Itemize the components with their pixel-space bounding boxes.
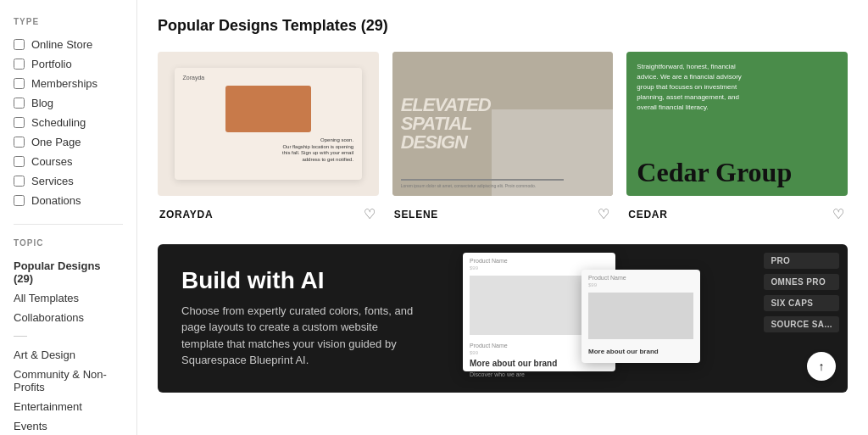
zorayda-name: ZORAYDA [159, 209, 213, 220]
filter-services[interactable]: Services [14, 171, 123, 191]
topic-separator [14, 336, 27, 337]
ai-banner-right: Product Name $99 Product Name $99 More a… [446, 244, 848, 393]
selene-inner: ELEVATEDSPATIALDESIGN Lorem ipsum dolor … [392, 52, 614, 196]
cedar-brand-name: Cedar Group [637, 159, 837, 186]
topic-popular-designs[interactable]: Popular Designs (29) [14, 256, 123, 288]
brand-tag-source: Source Sa... [764, 316, 839, 332]
checkbox-donations[interactable] [14, 195, 25, 206]
selene-small-text: Lorem ipsum dolor sit amet, consectetur … [401, 183, 605, 189]
zorayda-hero-image [225, 86, 311, 132]
template-card-cedar[interactable]: Straightforward, honest, financial advic… [626, 52, 848, 224]
zorayda-site-name: Zorayda [183, 75, 205, 81]
brand-tag-sixcaps: SIX CAPS [764, 295, 839, 311]
checkbox-services[interactable] [14, 176, 25, 187]
filter-memberships[interactable]: Memberships [14, 74, 123, 93]
selene-divider [401, 179, 565, 181]
page-title: Popular Designs Templates (29) [158, 17, 848, 35]
cedar-name: CEDAR [628, 209, 667, 220]
filter-online-store[interactable]: Online Store [14, 35, 123, 54]
mockup1-about-sub: Discover who we are [463, 371, 615, 377]
checkbox-portfolio[interactable] [14, 59, 25, 70]
scroll-up-button[interactable]: ↑ [807, 352, 836, 381]
banner-mockup-2: Product Name $99 More about our brand [581, 270, 700, 363]
selene-name: SELENE [394, 209, 438, 220]
zorayda-opening-text: Opening soon.Our flagship location is op… [276, 137, 353, 164]
filter-label-scheduling: Scheduling [31, 116, 86, 129]
ai-banner-title: Build with AI [181, 268, 422, 294]
filter-blog[interactable]: Blog [14, 93, 123, 113]
topic-entertainment[interactable]: Entertainment [14, 397, 123, 416]
topic-art-design[interactable]: Art & Design [14, 345, 123, 365]
filter-label-portfolio: Portfolio [31, 58, 72, 70]
ai-banner-description: Choose from expertly curated colors, fon… [181, 303, 419, 369]
mockup2-label: Product Name [581, 270, 700, 282]
mockup2-about: More about our brand [581, 344, 700, 359]
filter-label-donations: Donations [31, 194, 81, 207]
template-card-zorayda[interactable]: Zorayda Opening soon.Our flagship locati… [158, 52, 379, 224]
filter-one-page[interactable]: One Page [14, 132, 123, 152]
checkbox-courses[interactable] [14, 156, 25, 167]
template-grid: Zorayda Opening soon.Our flagship locati… [158, 52, 848, 224]
zorayda-footer: ZORAYDA ♡ [158, 196, 379, 224]
selene-body-text: Lorem ipsum dolor sit amet, consectetur … [401, 179, 605, 189]
selene-title-block: ELEVATEDSPATIALDESIGN [401, 96, 491, 152]
topic-community[interactable]: Community & Non-Profits [14, 365, 123, 397]
zorayda-inner: Zorayda Opening soon.Our flagship locati… [175, 68, 363, 181]
mockup1-label: Product Name [463, 253, 615, 265]
selene-like-button[interactable]: ♡ [596, 204, 611, 224]
sidebar: TYPE Online Store Portfolio Memberships … [0, 0, 137, 435]
topic-section-title: TOPIC [14, 238, 123, 248]
cedar-like-button[interactable]: ♡ [831, 204, 846, 224]
filter-label-courses: Courses [31, 155, 72, 168]
sidebar-divider [14, 224, 123, 225]
template-thumb-selene: ELEVATEDSPATIALDESIGN Lorem ipsum dolor … [392, 52, 614, 196]
template-thumb-cedar: Straightforward, honest, financial advic… [626, 52, 848, 196]
brand-tag-pro: Pro [764, 253, 839, 269]
checkbox-online-store[interactable] [14, 39, 25, 50]
main-content: Popular Designs Templates (29) Zorayda O… [137, 0, 868, 435]
topic-all-templates[interactable]: All Templates [14, 288, 123, 308]
mockup2-sublabel: $99 [581, 282, 700, 287]
filter-scheduling[interactable]: Scheduling [14, 113, 123, 132]
filter-courses[interactable]: Courses [14, 152, 123, 171]
filter-label-blog: Blog [31, 97, 53, 109]
cedar-description: Straightforward, honest, financial advic… [637, 62, 757, 113]
banner-brand-labels: Pro Omnes Pro SIX CAPS Source Sa... [764, 253, 839, 332]
checkbox-one-page[interactable] [14, 137, 25, 148]
filter-portfolio[interactable]: Portfolio [14, 54, 123, 74]
filter-donations[interactable]: Donations [14, 191, 123, 210]
mockup2-hero [588, 293, 693, 339]
filter-label-memberships: Memberships [31, 77, 97, 90]
filter-label-online-store: Online Store [31, 38, 92, 51]
selene-headline: ELEVATEDSPATIALDESIGN [401, 96, 491, 152]
template-thumb-zorayda: Zorayda Opening soon.Our flagship locati… [158, 52, 379, 196]
type-section-title: TYPE [14, 17, 123, 26]
selene-footer: SELENE ♡ [392, 196, 614, 224]
checkbox-scheduling[interactable] [14, 117, 25, 128]
zorayda-like-button[interactable]: ♡ [362, 204, 377, 224]
checkbox-memberships[interactable] [14, 78, 25, 89]
brand-tag-omnes: Omnes Pro [764, 274, 839, 290]
ai-banner-left: Build with AI Choose from expertly curat… [158, 244, 446, 393]
filter-label-one-page: One Page [31, 136, 81, 148]
topic-events[interactable]: Events [14, 416, 123, 435]
ai-banner[interactable]: Build with AI Choose from expertly curat… [158, 244, 848, 393]
filter-label-services: Services [31, 175, 74, 187]
cedar-footer: CEDAR ♡ [626, 196, 848, 224]
template-card-selene[interactable]: ELEVATEDSPATIALDESIGN Lorem ipsum dolor … [392, 52, 614, 224]
checkbox-blog[interactable] [14, 98, 25, 109]
topic-collaborations[interactable]: Collaborations [14, 308, 123, 327]
